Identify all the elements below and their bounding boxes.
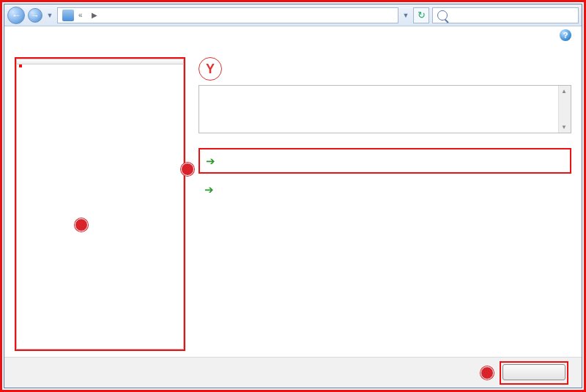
breadcrumb[interactable]: « ▶ [57,7,398,23]
address-bar: ← → ▼ « ▶ ▼ ↻ [4,4,582,26]
search-input[interactable] [432,7,579,23]
arrow-right-icon: ➔ [206,155,215,166]
ok-button[interactable] [502,364,565,380]
content-area: ? Y [4,26,582,357]
description-scrollbar[interactable] [558,86,571,133]
program-list[interactable] [16,64,184,350]
arrow-right-icon: ➔ [204,184,214,195]
breadcrumb-dropdown-icon[interactable]: ▼ [401,12,410,19]
callout-badge-2 [181,163,194,176]
search-icon [437,10,448,21]
program-list-header[interactable] [16,59,184,64]
control-panel-icon [62,10,74,21]
program-list-container [15,57,185,351]
chevron-left-icon: « [78,11,83,19]
program-details: Y ➔ [199,57,571,351]
back-button[interactable]: ← [7,7,25,24]
dialog-footer [4,357,582,388]
choose-defaults-option[interactable]: ➔ [199,178,571,201]
callout-badge-1 [75,218,88,232]
ok-highlight-box [500,361,568,385]
refresh-button[interactable]: ↻ [413,7,429,23]
selection-highlight-box [19,64,22,67]
chevron-right-icon: ▶ [92,11,97,19]
callout-badge-3 [481,366,494,380]
set-default-option[interactable]: ➔ [199,148,571,174]
forward-button[interactable]: → [28,8,42,23]
annotation-frame: ← → ▼ « ▶ ▼ ↻ ? [0,0,586,392]
yandex-app-icon: Y [199,57,222,81]
app-description-box [199,85,571,133]
help-icon[interactable]: ? [560,29,571,41]
control-panel-window: ← → ▼ « ▶ ▼ ↻ ? [4,4,582,388]
history-dropdown-icon[interactable]: ▼ [45,12,54,19]
